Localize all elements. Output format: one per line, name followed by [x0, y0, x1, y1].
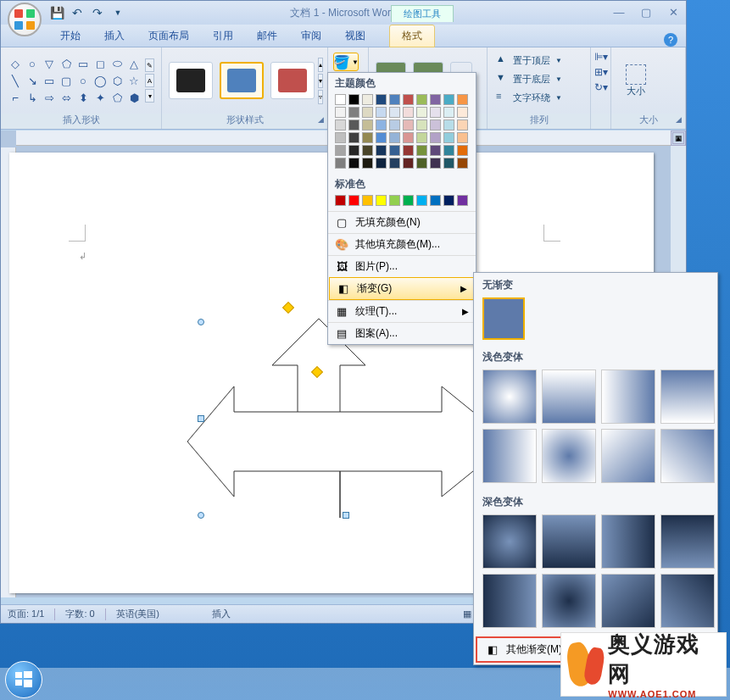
color-swatch[interactable]: [376, 145, 387, 156]
color-swatch[interactable]: [443, 94, 454, 105]
color-swatch[interactable]: [430, 94, 441, 105]
shape-icon[interactable]: ▭: [75, 56, 91, 71]
tab-review[interactable]: 审阅: [289, 25, 333, 47]
gallery-down-icon[interactable]: ▾: [318, 74, 323, 88]
color-swatch[interactable]: [376, 132, 387, 143]
color-swatch[interactable]: [457, 119, 468, 131]
color-swatch[interactable]: [389, 195, 400, 206]
style-preset[interactable]: [169, 62, 213, 99]
gradient-preset[interactable]: [660, 514, 715, 569]
picture-fill-item[interactable]: 🖼图片(P)...: [328, 255, 476, 277]
color-swatch[interactable]: [403, 132, 414, 143]
shape-icon[interactable]: ╲: [8, 73, 23, 88]
color-swatch[interactable]: [416, 132, 427, 143]
color-swatch[interactable]: [389, 107, 400, 118]
bring-to-front-button[interactable]: ▲置于顶层▼: [491, 51, 587, 69]
color-swatch[interactable]: [403, 145, 414, 156]
color-swatch[interactable]: [389, 94, 400, 105]
size-button[interactable]: 大小: [618, 58, 654, 104]
gradient-fill-item[interactable]: ◧渐变(G)▶: [329, 277, 475, 300]
texture-fill-item[interactable]: ▦纹理(T)...▶: [328, 300, 476, 322]
text-wrap-button[interactable]: ≡文字环绕▼: [491, 88, 587, 107]
shape-icon[interactable]: ☆: [126, 73, 142, 88]
resize-handle[interactable]: [198, 319, 204, 325]
color-swatch[interactable]: [376, 195, 387, 206]
rotate-button[interactable]: ↻▾: [594, 81, 608, 93]
color-swatch[interactable]: [362, 145, 373, 156]
color-swatch[interactable]: [362, 107, 373, 118]
tab-layout[interactable]: 页面布局: [137, 25, 201, 47]
shape-icon[interactable]: ▽: [42, 56, 57, 71]
gradient-preset[interactable]: [542, 514, 596, 569]
save-icon[interactable]: 💾: [48, 4, 65, 21]
shape-icon[interactable]: △: [126, 56, 142, 71]
color-swatch[interactable]: [376, 94, 387, 105]
color-swatch[interactable]: [430, 158, 441, 169]
color-swatch[interactable]: [430, 119, 441, 131]
color-swatch[interactable]: [443, 132, 454, 143]
resize-handle[interactable]: [198, 512, 204, 519]
tab-mailings[interactable]: 邮件: [245, 25, 289, 47]
send-to-back-button[interactable]: ▼置于底层▼: [491, 69, 587, 88]
color-swatch[interactable]: [403, 195, 414, 206]
gradient-preset[interactable]: [542, 429, 596, 483]
color-swatch[interactable]: [348, 145, 359, 156]
color-swatch[interactable]: [403, 107, 414, 118]
color-swatch[interactable]: [348, 158, 359, 169]
qat-dropdown-icon[interactable]: ▼: [109, 4, 126, 21]
color-swatch[interactable]: [457, 107, 468, 118]
color-swatch[interactable]: [443, 145, 454, 156]
gallery-more-icon[interactable]: ▿: [318, 90, 323, 104]
tab-format[interactable]: 格式: [389, 25, 435, 47]
color-swatch[interactable]: [348, 94, 359, 105]
color-swatch[interactable]: [403, 119, 414, 131]
shape-fill-button[interactable]: 🪣▼: [333, 53, 359, 71]
tab-home[interactable]: 开始: [48, 25, 92, 47]
color-swatch[interactable]: [335, 119, 346, 131]
no-fill-item[interactable]: ▢无填充颜色(N): [328, 211, 476, 233]
color-swatch[interactable]: [416, 119, 427, 131]
color-swatch[interactable]: [362, 94, 373, 105]
shape-icon[interactable]: ⬄: [59, 90, 74, 105]
color-swatch[interactable]: [457, 158, 468, 169]
color-swatch[interactable]: [416, 107, 427, 118]
shape-icon[interactable]: ⬠: [109, 90, 125, 105]
ruler-toggle-icon[interactable]: ▦: [672, 132, 684, 144]
group-button[interactable]: ⊞▾: [594, 66, 608, 78]
close-button[interactable]: ✕: [666, 4, 681, 19]
office-button[interactable]: [8, 3, 42, 36]
gradient-preset[interactable]: [601, 429, 655, 483]
color-swatch[interactable]: [430, 145, 441, 156]
color-swatch[interactable]: [335, 94, 346, 105]
shapes-gallery[interactable]: ◇○▽⬠▭◻⬭△ ╲↘▭▢○◯⬡☆ ⌐↳⇨⬄⬍✦⬠⬢: [8, 56, 142, 105]
minimize-button[interactable]: —: [611, 4, 627, 19]
color-swatch[interactable]: [389, 119, 400, 131]
edit-shape-icon[interactable]: ✎: [145, 58, 154, 72]
gradient-preset[interactable]: [660, 429, 715, 483]
shape-icon[interactable]: ✦: [92, 90, 108, 105]
shape-icon[interactable]: ▢: [59, 73, 74, 88]
shape-icon[interactable]: ⬭: [109, 56, 125, 71]
gradient-preset[interactable]: [482, 429, 537, 483]
tab-view[interactable]: 视图: [333, 25, 377, 47]
dialog-launcher-icon[interactable]: ◢: [318, 115, 324, 124]
resize-handle[interactable]: [198, 415, 204, 422]
gradient-preset[interactable]: [601, 514, 655, 569]
color-swatch[interactable]: [335, 195, 346, 206]
color-swatch[interactable]: [362, 158, 373, 169]
gradient-preset[interactable]: [542, 369, 596, 424]
color-swatch[interactable]: [389, 145, 400, 156]
color-swatch[interactable]: [457, 94, 468, 105]
gallery-up-icon[interactable]: ▴: [318, 58, 323, 72]
color-swatch[interactable]: [416, 94, 427, 105]
color-swatch[interactable]: [389, 158, 400, 169]
tab-references[interactable]: 引用: [201, 25, 245, 47]
gradient-preset[interactable]: [482, 574, 537, 628]
shape-icon[interactable]: ⬍: [75, 90, 91, 105]
pattern-fill-item[interactable]: ▤图案(A)...: [328, 322, 476, 344]
start-button[interactable]: [5, 661, 42, 698]
gradient-preset[interactable]: [601, 574, 655, 628]
color-swatch[interactable]: [457, 145, 468, 156]
language-status[interactable]: 英语(美国): [116, 608, 159, 620]
color-swatch[interactable]: [443, 195, 454, 206]
